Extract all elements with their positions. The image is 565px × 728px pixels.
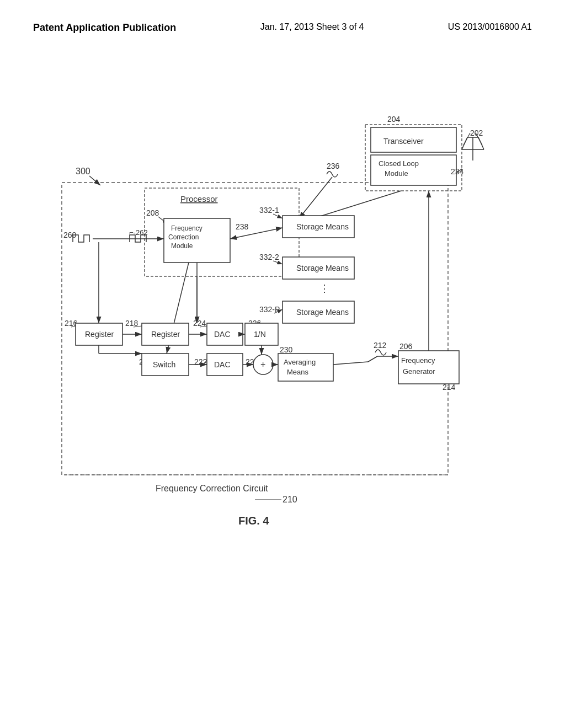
svg-text:212: 212 [374,341,387,350]
header-right: US 2013/0016800 A1 [448,22,532,32]
svg-line-39 [273,214,282,218]
circuit-diagram: 300 Processor 208 Frequency Correction M… [45,72,520,569]
svg-text:Means: Means [287,368,309,376]
svg-text:Averaging: Averaging [284,358,316,366]
page: Patent Application Publication Jan. 17, … [0,0,565,728]
svg-text:238: 238 [236,222,249,231]
svg-text:Register: Register [151,330,180,339]
header: Patent Application Publication Jan. 17, … [33,22,532,39]
svg-text:206: 206 [399,342,413,351]
svg-text:332-1: 332-1 [259,206,279,215]
svg-text:1/N: 1/N [254,330,266,339]
svg-text:Storage Means: Storage Means [296,222,349,231]
svg-text:332-2: 332-2 [259,253,279,261]
svg-text:218: 218 [125,319,138,328]
svg-line-96 [368,356,377,362]
header-middle: Jan. 17, 2013 Sheet 3 of 4 [260,22,364,32]
svg-text:236: 236 [327,162,340,170]
svg-text:DAC: DAC [214,360,231,369]
svg-text:Module: Module [171,242,193,250]
svg-text:Storage Means: Storage Means [296,308,349,317]
svg-text:Frequency: Frequency [401,356,435,365]
svg-line-95 [333,362,368,365]
svg-text:Generator: Generator [403,367,435,376]
svg-text:202: 202 [470,129,483,137]
svg-text:Closed Loop: Closed Loop [379,159,419,168]
svg-text:332-P: 332-P [259,305,280,314]
svg-text:210: 210 [282,495,297,504]
svg-text:Correction: Correction [168,233,199,241]
svg-text:Processor: Processor [180,194,218,204]
svg-line-5 [89,176,100,185]
svg-text:Module: Module [385,169,408,178]
svg-line-37 [299,177,332,218]
svg-text:204: 204 [387,115,401,124]
svg-text:Switch: Switch [153,360,175,369]
header-left: Patent Application Publication [33,22,176,34]
svg-text:Frequency Correction Circuit: Frequency Correction Circuit [156,484,268,493]
svg-text:Register: Register [85,330,114,339]
svg-text:208: 208 [146,208,159,217]
svg-text:Frequency: Frequency [171,224,202,232]
svg-text:234: 234 [451,167,464,176]
svg-text:Transceiver: Transceiver [383,137,424,146]
svg-text:+: + [260,360,265,369]
svg-text:Storage Means: Storage Means [296,264,349,272]
diagram-area: 300 Processor 208 Frequency Correction M… [45,72,520,569]
svg-text:FIG. 4: FIG. 4 [238,515,269,527]
svg-text:300: 300 [76,167,90,176]
svg-text:⋮: ⋮ [319,283,329,294]
svg-text:230: 230 [280,345,293,354]
svg-text:DAC: DAC [214,330,231,339]
svg-text:214: 214 [443,383,456,392]
svg-line-33 [463,133,470,145]
